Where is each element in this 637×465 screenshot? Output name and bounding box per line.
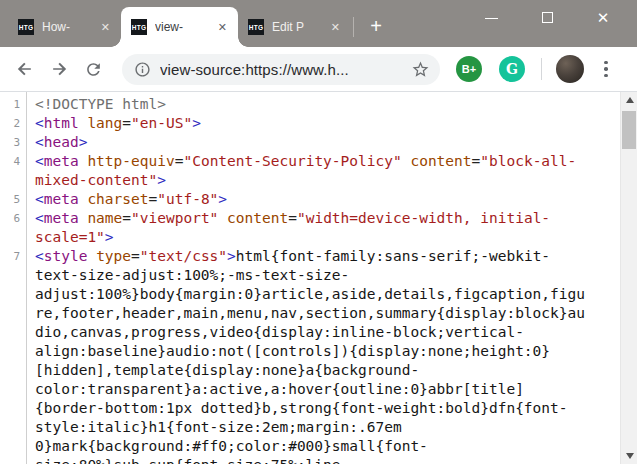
source-line: mixed-content"> bbox=[0, 171, 620, 190]
line-number: 1 bbox=[0, 95, 27, 114]
source-line: 5<meta charset="utf-8"> bbox=[0, 190, 620, 209]
scrollbar-down-arrow[interactable] bbox=[621, 448, 637, 464]
source-line: 1<!DOCTYPE html> bbox=[0, 95, 620, 114]
scrollbar-up-arrow[interactable] bbox=[621, 92, 637, 108]
line-number: 7 bbox=[0, 247, 27, 266]
reload-icon bbox=[84, 60, 103, 79]
source-line: {border-bottom:1px dotted}b,strong{font-… bbox=[0, 399, 620, 418]
source-code-text: <!DOCTYPE html> bbox=[35, 95, 166, 114]
browser-window: HTG How- ✕ HTG view- ✕ HTG Edit P ✕ + ✕ bbox=[0, 0, 637, 465]
source-line: 2<html lang="en-US"> bbox=[0, 114, 620, 133]
source-line: re,footer,header,main,menu,nav,section,s… bbox=[0, 304, 620, 323]
line-number bbox=[0, 399, 27, 418]
source-line: dio,canvas,progress,video{display:inline… bbox=[0, 323, 620, 342]
extension-bplus-icon[interactable]: B+ bbox=[456, 56, 482, 82]
source-code-text: align:baseline}audio:not([controls]){dis… bbox=[35, 342, 550, 361]
line-number: 6 bbox=[0, 209, 27, 228]
line-number bbox=[0, 323, 27, 342]
source-code-text: 0}mark{background:#ff0;color:#000}small{… bbox=[35, 437, 428, 456]
address-bar[interactable]: view-source:https://www.h... bbox=[122, 54, 440, 85]
close-icon: ✕ bbox=[597, 10, 610, 25]
tab-strip: HTG How- ✕ HTG view- ✕ HTG Edit P ✕ + ✕ bbox=[0, 0, 637, 47]
source-line: adjust:100%}body{margin:0}article,aside,… bbox=[0, 285, 620, 304]
extensions-area: B+ G bbox=[456, 56, 525, 82]
line-number: 4 bbox=[0, 152, 27, 171]
source-code-text: text-size-adjust:100%;-ms-text-size- bbox=[35, 266, 349, 285]
source-line: [hidden],template{display:none}a{backgro… bbox=[0, 361, 620, 380]
maximize-icon bbox=[542, 12, 553, 23]
source-code-text: <style type="text/css">html{font-family:… bbox=[35, 247, 550, 266]
line-number bbox=[0, 228, 27, 247]
tab-close-icon[interactable]: ✕ bbox=[328, 20, 343, 35]
source-code-text: {border-bottom:1px dotted}b,strong{font-… bbox=[35, 399, 568, 418]
source-line: size:80%}sub,sup{font-size:75%;line- bbox=[0, 456, 620, 464]
htg-favicon: HTG bbox=[131, 19, 147, 35]
reload-button[interactable] bbox=[76, 52, 110, 86]
source-line: 4<meta http-equiv="Content-Security-Poli… bbox=[0, 152, 620, 171]
line-number bbox=[0, 380, 27, 399]
extension-grammarly-icon[interactable]: G bbox=[499, 56, 525, 82]
source-code-text: style:italic}h1{font-size:2em;margin:.67… bbox=[35, 418, 402, 437]
line-number bbox=[0, 437, 27, 456]
source-line: scale=1"> bbox=[0, 228, 620, 247]
source-line: 6<meta name="viewport" content="width=de… bbox=[0, 209, 620, 228]
line-number bbox=[0, 342, 27, 361]
browser-menu-icon[interactable] bbox=[600, 57, 612, 82]
tab-title: view- bbox=[155, 20, 215, 34]
line-number bbox=[0, 285, 27, 304]
source-code-text: mixed-content"> bbox=[35, 171, 166, 190]
new-tab-button[interactable]: + bbox=[362, 12, 390, 40]
source-code-text: dio,canvas,progress,video{display:inline… bbox=[35, 323, 524, 342]
back-button[interactable] bbox=[8, 52, 42, 86]
line-number bbox=[0, 304, 27, 323]
line-number bbox=[0, 418, 27, 437]
source-line: 0}mark{background:#ff0;color:#000}small{… bbox=[0, 437, 620, 456]
tab-view-source[interactable]: HTG view- ✕ bbox=[121, 7, 238, 47]
page-info-icon[interactable] bbox=[134, 61, 151, 78]
line-number bbox=[0, 361, 27, 380]
source-line: color:transparent}a:active,a:hover{outli… bbox=[0, 380, 620, 399]
forward-button[interactable] bbox=[42, 52, 76, 86]
vertical-scrollbar[interactable] bbox=[620, 92, 637, 464]
source-line: align:baseline}audio:not([controls]){dis… bbox=[0, 342, 620, 361]
source-line: style:italic}h1{font-size:2em;margin:.67… bbox=[0, 418, 620, 437]
tab-title: Edit P bbox=[272, 20, 328, 34]
tab-how[interactable]: HTG How- ✕ bbox=[8, 7, 121, 47]
tab-close-icon[interactable]: ✕ bbox=[215, 20, 230, 35]
source-line: text-size-adjust:100%;-ms-text-size- bbox=[0, 266, 620, 285]
source-code-text: adjust:100%}body{margin:0}article,aside,… bbox=[35, 285, 585, 304]
tab-close-icon[interactable]: ✕ bbox=[98, 20, 113, 35]
scrollbar-thumb[interactable] bbox=[622, 111, 636, 149]
close-button[interactable]: ✕ bbox=[583, 0, 623, 34]
forward-arrow-icon bbox=[49, 59, 69, 79]
url-input[interactable]: view-source:https://www.h... bbox=[160, 61, 405, 78]
back-arrow-icon bbox=[15, 59, 35, 79]
toolbar-separator bbox=[541, 58, 542, 80]
line-number: 3 bbox=[0, 133, 27, 152]
line-number bbox=[0, 456, 27, 464]
source-code-text: scale=1"> bbox=[35, 228, 114, 247]
source-code-text: [hidden],template{display:none}a{backgro… bbox=[35, 361, 419, 380]
line-number bbox=[0, 266, 27, 285]
source-code-text: re,footer,header,main,menu,nav,section,s… bbox=[35, 304, 585, 323]
bookmark-star-icon[interactable] bbox=[411, 60, 430, 79]
source-code-text: color:transparent}a:active,a:hover{outli… bbox=[35, 380, 524, 399]
line-number bbox=[0, 171, 27, 190]
browser-toolbar: view-source:https://www.h... B+ G bbox=[0, 47, 637, 92]
source-line: 7<style type="text/css">html{font-family… bbox=[0, 247, 620, 266]
tabs-container: HTG How- ✕ HTG view- ✕ HTG Edit P ✕ + bbox=[0, 7, 390, 47]
htg-favicon: HTG bbox=[248, 19, 264, 35]
tab-edit-page[interactable]: HTG Edit P ✕ bbox=[238, 7, 351, 47]
htg-favicon: HTG bbox=[18, 19, 34, 35]
source-rows: 1<!DOCTYPE html>2<html lang="en-US">3<he… bbox=[0, 95, 620, 464]
maximize-button[interactable] bbox=[527, 0, 567, 34]
line-number: 5 bbox=[0, 190, 27, 209]
line-number: 2 bbox=[0, 114, 27, 133]
window-controls: ✕ bbox=[471, 0, 623, 34]
source-code-text: <meta name="viewport" content="width=dev… bbox=[35, 209, 550, 228]
source-view: 1<!DOCTYPE html>2<html lang="en-US">3<he… bbox=[0, 92, 637, 464]
profile-avatar[interactable] bbox=[556, 55, 584, 83]
source-code-text: <html lang="en-US"> bbox=[35, 114, 201, 133]
minimize-button[interactable] bbox=[471, 0, 511, 34]
tab-title: How- bbox=[42, 20, 98, 34]
